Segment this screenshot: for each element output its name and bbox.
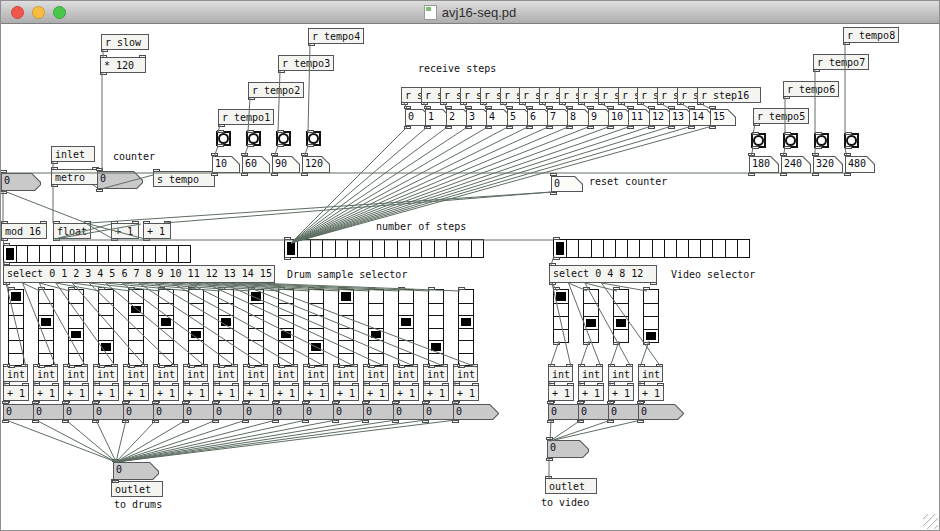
num-tempo-display[interactable]: 0 (97, 171, 143, 189)
radio-cell[interactable] (688, 240, 700, 257)
hradio-steps-video[interactable] (553, 239, 750, 258)
radio-cell[interactable] (129, 328, 143, 341)
vradio-drums-9[interactable] (248, 289, 264, 366)
bang-tempo-7[interactable] (814, 133, 829, 148)
radio-cell[interactable] (309, 340, 323, 353)
vradio-drums-7[interactable] (188, 289, 204, 366)
minimize-button[interactable] (32, 6, 45, 19)
radio-cell[interactable] (737, 240, 749, 257)
radio-cell[interactable] (339, 315, 353, 328)
radio-cell[interactable] (159, 315, 173, 328)
vradio-drums-12[interactable] (338, 289, 354, 366)
radio-cell[interactable] (554, 303, 568, 316)
radio-cell[interactable] (554, 290, 568, 303)
radio-cell[interactable] (471, 240, 483, 257)
vradio-drums-11[interactable] (308, 289, 324, 366)
radio-cell[interactable] (429, 290, 443, 303)
radio-cell[interactable] (399, 340, 413, 353)
radio-cell[interactable] (712, 240, 724, 257)
bang-tempo-4[interactable] (306, 131, 321, 146)
radio-cell[interactable] (369, 290, 383, 303)
zoom-button[interactable] (53, 6, 66, 19)
vradio-video-2[interactable] (583, 289, 599, 343)
radio-cell[interactable] (129, 290, 143, 303)
hradio-counter-position[interactable] (3, 245, 191, 263)
radio-cell[interactable] (700, 240, 712, 257)
radio-cell[interactable] (9, 303, 23, 316)
radio-cell[interactable] (339, 340, 353, 353)
num-drums-out[interactable]: 0 (113, 462, 159, 480)
radio-cell[interactable] (85, 246, 97, 262)
radio-cell[interactable] (554, 240, 566, 257)
radio-cell[interactable] (99, 340, 113, 353)
radio-cell[interactable] (189, 328, 203, 341)
radio-cell[interactable] (69, 290, 83, 303)
radio-cell[interactable] (359, 240, 371, 257)
num-tempo-6[interactable]: 240 (781, 156, 811, 173)
radio-cell[interactable] (644, 303, 658, 316)
num-tempo-3[interactable]: 90 (272, 156, 300, 173)
radio-cell[interactable] (459, 290, 473, 303)
radio-cell[interactable] (99, 315, 113, 328)
radio-cell[interactable] (584, 329, 598, 342)
radio-cell[interactable] (178, 246, 190, 262)
vradio-drums-3[interactable] (68, 289, 84, 366)
radio-cell[interactable] (421, 240, 433, 257)
radio-cell[interactable] (399, 290, 413, 303)
radio-cell[interactable] (309, 290, 323, 303)
radio-cell[interactable] (129, 315, 143, 328)
radio-cell[interactable] (429, 340, 443, 353)
radio-cell[interactable] (39, 246, 51, 262)
radio-cell[interactable] (9, 315, 23, 328)
vradio-drums-13[interactable] (368, 289, 384, 366)
radio-cell[interactable] (97, 246, 109, 262)
num-counter-display[interactable]: 0 (1, 173, 41, 191)
vradio-drums-10[interactable] (278, 289, 294, 366)
radio-cell[interactable] (120, 246, 132, 262)
radio-cell[interactable] (339, 303, 353, 316)
radio-cell[interactable] (279, 328, 293, 341)
radio-cell[interactable] (27, 246, 39, 262)
radio-cell[interactable] (554, 316, 568, 329)
radio-cell[interactable] (652, 240, 664, 257)
radio-cell[interactable] (74, 246, 86, 262)
radio-cell[interactable] (39, 328, 53, 341)
radio-cell[interactable] (279, 303, 293, 316)
radio-cell[interactable] (591, 240, 603, 257)
radio-cell[interactable] (384, 240, 396, 257)
radio-cell[interactable] (339, 290, 353, 303)
radio-cell[interactable] (644, 329, 658, 342)
vradio-drums-4[interactable] (98, 289, 114, 366)
radio-cell[interactable] (584, 303, 598, 316)
radio-cell[interactable] (347, 240, 359, 257)
radio-cell[interactable] (615, 240, 627, 257)
radio-cell[interactable] (99, 290, 113, 303)
radio-cell[interactable] (459, 315, 473, 328)
num-accum-drums-16[interactable]: 0 (453, 404, 499, 420)
radio-cell[interactable] (69, 315, 83, 328)
radio-cell[interactable] (614, 290, 628, 303)
vradio-drums-2[interactable] (38, 289, 54, 366)
num-tempo-1[interactable]: 10 (212, 156, 240, 173)
radio-cell[interactable] (108, 246, 120, 262)
radio-cell[interactable] (155, 246, 167, 262)
radio-cell[interactable] (429, 328, 443, 341)
radio-cell[interactable] (143, 246, 155, 262)
radio-cell[interactable] (309, 303, 323, 316)
radio-cell[interactable] (249, 303, 263, 316)
vradio-video-1[interactable] (553, 289, 569, 343)
radio-cell[interactable] (644, 290, 658, 303)
num-tempo-4[interactable]: 120 (302, 156, 330, 173)
radio-cell[interactable] (627, 240, 639, 257)
radio-cell[interactable] (429, 303, 443, 316)
vradio-drums-8[interactable] (218, 289, 234, 366)
vradio-drums-5[interactable] (128, 289, 144, 366)
radio-cell[interactable] (249, 340, 263, 353)
radio-cell[interactable] (639, 240, 651, 257)
radio-cell[interactable] (249, 290, 263, 303)
radio-cell[interactable] (603, 240, 615, 257)
radio-cell[interactable] (159, 340, 173, 353)
radio-cell[interactable] (219, 328, 233, 341)
bang-tempo-6[interactable] (783, 133, 798, 148)
radio-cell[interactable] (644, 316, 658, 329)
